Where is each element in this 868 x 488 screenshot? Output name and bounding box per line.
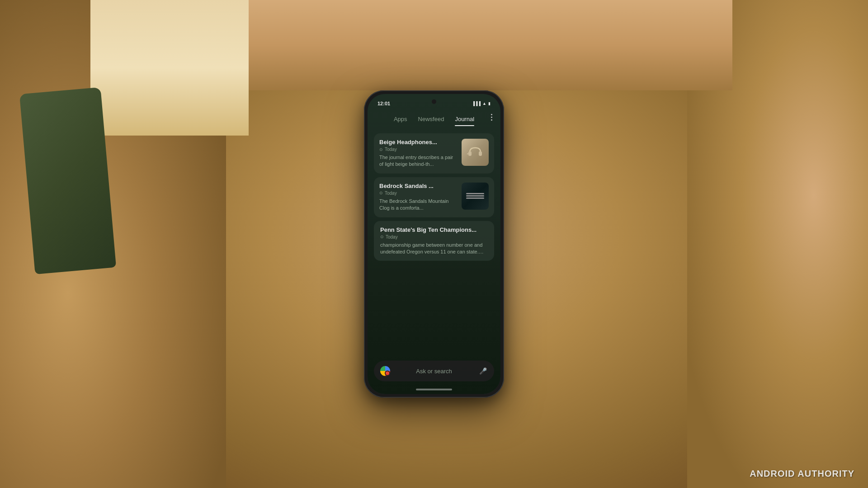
search-bar[interactable]: Ask or search 🎤 xyxy=(374,361,494,381)
overflow-menu-button[interactable] xyxy=(491,114,492,121)
card-title-headphones: Beige Headphones... xyxy=(379,139,457,145)
tab-journal[interactable]: Journal xyxy=(455,116,474,126)
card-content-headphones: Beige Headphones... ⊙ Today The journal … xyxy=(379,139,457,168)
card-date-sandals: Today xyxy=(385,191,397,196)
card-date-headphones: Today xyxy=(385,147,397,152)
couch-top xyxy=(181,0,732,90)
card-description-headphones: The journal entry describes a pair of li… xyxy=(379,154,457,168)
google-icon xyxy=(380,366,390,376)
signal-icon: ▐▐▐ xyxy=(472,101,481,106)
card-title-pennstate: Penn State's Big Ten Champions... xyxy=(380,226,488,233)
battery-icon: ▮ xyxy=(488,101,491,106)
card-meta-pennstate: ⊙ Today xyxy=(380,235,488,239)
svg-rect-1 xyxy=(479,151,482,156)
navigation-tabs: Apps Newsfeed Journal xyxy=(368,110,500,126)
journal-card-sandals[interactable]: Bedrock Sandals ... ⊙ Today The Bedrock … xyxy=(374,177,494,217)
card-image-headphones xyxy=(462,139,489,166)
status-icons: ▐▐▐ ▲ ▮ xyxy=(472,101,491,106)
tab-apps[interactable]: Apps xyxy=(394,116,407,126)
phone-inner: 12:01 ▐▐▐ ▲ ▮ Apps Newsfeed xyxy=(368,94,500,394)
svg-rect-0 xyxy=(468,151,472,156)
sandal-strap-2 xyxy=(466,195,484,197)
phone-body: 12:01 ▐▐▐ ▲ ▮ Apps Newsfeed xyxy=(364,90,504,398)
tab-newsfeed[interactable]: Newsfeed xyxy=(418,116,444,126)
card-meta-sandals: ⊙ Today xyxy=(379,191,457,196)
journal-card-pennstate[interactable]: Penn State's Big Ten Champions... ⊙ Toda… xyxy=(374,221,494,261)
journal-icon-1: ⊙ xyxy=(379,147,383,152)
wifi-icon: ▲ xyxy=(482,101,486,106)
card-image-sandals xyxy=(462,183,489,210)
journal-card-headphones[interactable]: Beige Headphones... ⊙ Today The journal … xyxy=(374,133,494,174)
card-description-pennstate: championship game between number one and… xyxy=(380,242,488,256)
menu-dot-1 xyxy=(491,114,492,115)
search-placeholder: Ask or search xyxy=(395,368,473,375)
phone-screen: 12:01 ▐▐▐ ▲ ▮ Apps Newsfeed xyxy=(368,94,500,394)
card-date-pennstate: Today xyxy=(386,235,398,239)
card-content-sandals: Bedrock Sandals ... ⊙ Today The Bedrock … xyxy=(379,183,457,212)
card-meta-headphones: ⊙ Today xyxy=(379,147,457,152)
window-background xyxy=(90,0,249,136)
menu-dot-2 xyxy=(491,117,492,118)
status-time: 12:01 xyxy=(377,101,390,106)
journal-icon-3: ⊙ xyxy=(380,235,384,239)
card-title-sandals: Bedrock Sandals ... xyxy=(379,183,457,189)
card-description-sandals: The Bedrock Sandals Mountain Clog is a c… xyxy=(379,198,457,212)
watermark: ANDROID AUTHORITY xyxy=(750,469,854,479)
microphone-icon[interactable]: 🎤 xyxy=(478,366,488,376)
home-indicator[interactable] xyxy=(416,389,452,390)
sandal-strap-3 xyxy=(466,197,484,199)
camera-notch xyxy=(432,99,436,104)
journal-cards-container: Beige Headphones... ⊙ Today The journal … xyxy=(368,128,500,266)
sandal-strap-1 xyxy=(466,193,484,194)
phone-device: 12:01 ▐▐▐ ▲ ▮ Apps Newsfeed xyxy=(364,90,504,398)
journal-icon-2: ⊙ xyxy=(379,191,383,195)
pillow-decoration xyxy=(19,87,116,274)
menu-dot-3 xyxy=(491,119,492,121)
